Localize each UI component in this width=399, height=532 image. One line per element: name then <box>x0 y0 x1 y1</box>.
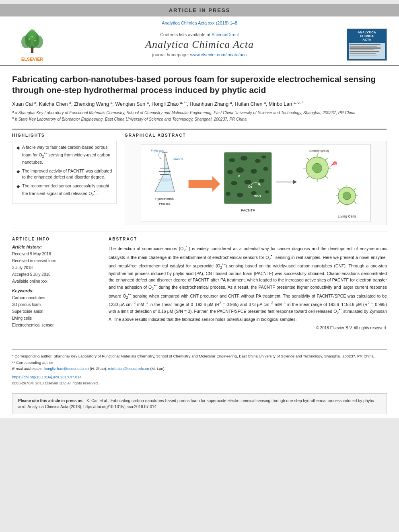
received-revised-label: Received in revised form <box>12 258 101 264</box>
highlights-label: HIGHLIGHTS <box>12 133 117 138</box>
article-info-content: Article history: Received 9 May 2018 Rec… <box>12 244 101 329</box>
abstract-section: ABSTRACT The detection of superoxide ani… <box>109 237 387 331</box>
svg-point-30 <box>244 180 251 185</box>
keyword-5: Electrochemical sensor <box>12 322 101 329</box>
svg-text:O₂: O₂ <box>334 163 337 166</box>
abstract-paragraph: The detection of superoxide anions (O2•−… <box>109 244 387 322</box>
footnote-corresponding-2: ** Corresponding author <box>12 359 387 366</box>
citation-box: Please cite this article in press as: X.… <box>12 393 387 414</box>
svg-point-8 <box>31 36 33 37</box>
svg-point-27 <box>251 169 257 174</box>
bullet-1: ◆ <box>16 145 20 151</box>
keyword-4: Living cells <box>12 315 101 322</box>
svg-text:Phytic acid: Phytic acid <box>151 149 164 152</box>
highlight-text-1: A facile way to fabricate carbon-based p… <box>22 144 112 165</box>
article-in-press-banner: ARTICLE IN PRESS <box>0 4 399 16</box>
journal-header-inner: ELSEVIER Contents lists available at Sci… <box>12 28 387 62</box>
svg-point-29 <box>231 181 237 185</box>
svg-point-21 <box>229 158 235 162</box>
keyword-2: 3D porous foam <box>12 302 101 308</box>
svg-point-28 <box>263 167 268 171</box>
highlight-text-3: The recommended sensor successfully caug… <box>22 183 112 197</box>
graphical-abstract-box: Hydrothermal Process Phytic acid MWNTs <box>125 141 387 225</box>
svg-point-32 <box>226 192 230 196</box>
journal-homepage: journal homepage: www.elsevier.com/locat… <box>60 52 339 57</box>
svg-point-24 <box>261 156 266 159</box>
highlights-box: ◆ A facile way to fabricate carbon-based… <box>12 141 117 203</box>
title-divider <box>12 129 387 130</box>
svg-point-45 <box>313 164 322 173</box>
accepted-date: Accepted 5 July 2018 <box>12 271 101 277</box>
svg-point-31 <box>259 179 265 183</box>
bullet-2: ◆ <box>16 168 20 175</box>
highlight-item-3: ◆ The recommended sensor successfully ca… <box>16 183 112 197</box>
svg-text:H₂O₂: H₂O₂ <box>254 194 261 197</box>
svg-text:Living Cells: Living Cells <box>338 215 356 219</box>
abstract-label: ABSTRACT <box>109 237 387 241</box>
email-link-2[interactable]: minbolan@ecust.edu.cn <box>108 366 149 371</box>
article-title: Fabricating carbon-nanotubes-based porou… <box>12 74 387 96</box>
svg-point-7 <box>34 40 36 41</box>
email-addresses: E-mail addresses: hongliz hao@ecust.edu.… <box>12 366 387 372</box>
highlight-item-2: ◆ The improved activity of PACNTF was at… <box>16 168 112 181</box>
main-content: Fabricating carbon-nanotubes-based porou… <box>0 66 399 345</box>
svg-text:PACNTF: PACNTF <box>241 209 255 213</box>
svg-text:stimulating drug: stimulating drug <box>309 149 329 152</box>
graphical-abstract-svg: Hydrothermal Process Phytic acid MWNTs <box>128 144 383 222</box>
doi-line: https://doi.org/10.1016/j.aca.2018.07.01… <box>12 374 387 380</box>
journal-logo-right: ANALYTICACHIMICAACTA <box>347 29 387 61</box>
svg-point-26 <box>236 168 244 173</box>
highlight-text-2: The improved activity of PACNTF was attr… <box>22 168 112 181</box>
doi-link[interactable]: https://doi.org/10.1016/j.aca.2018.07.01… <box>12 375 82 379</box>
highlight-item-1: ◆ A facile way to fabricate carbon-based… <box>16 144 112 165</box>
abstract-copyright: © 2018 Elsevier B.V. All rights reserved… <box>109 325 387 331</box>
keyword-3: Superoxide anion <box>12 308 101 315</box>
affiliations: a a Shanghai Key Laboratory of Functiona… <box>12 109 387 123</box>
svg-point-6 <box>29 38 30 40</box>
elsevier-label: ELSEVIER <box>21 57 43 62</box>
rights-line: 0003-2670/© 2018 Elsevier B.V. All right… <box>12 380 387 386</box>
svg-text:MWNTs: MWNTs <box>173 158 183 161</box>
graphical-abstract-label: GRAPHICAL ABSTRACT <box>125 133 387 138</box>
bullet-3: ◆ <box>16 183 20 190</box>
keywords-label: Keywords: <box>12 288 101 293</box>
history-label: Article history: <box>12 244 101 249</box>
footnotes: * Corresponding author. Shanghai Key Lab… <box>0 350 399 389</box>
svg-point-35 <box>265 191 269 194</box>
svg-point-14 <box>158 179 172 182</box>
keyword-1: Carbon nanotubes <box>12 295 101 301</box>
citation-text: Analytica Chimica Acta xxx (2018) 1–8 <box>162 21 237 25</box>
affiliation-b: b b State Key Laboratory of Bioreactor E… <box>12 116 387 122</box>
banner-text: ARTICLE IN PRESS <box>169 7 230 13</box>
graphical-abstract-section: GRAPHICAL ABSTRACT <box>125 133 387 225</box>
journal-center: Contents lists available at ScienceDirec… <box>52 32 347 57</box>
svg-text:Process: Process <box>159 202 170 205</box>
svg-point-25 <box>227 170 233 175</box>
citation-label: Please cite this article in press as: <box>18 398 84 403</box>
article-info-section: ARTICLE INFO Article history: Received 9… <box>12 237 101 331</box>
journal-citation: Analytica Chimica Acta xxx (2018) 1–8 <box>12 21 387 25</box>
article-info-label: ARTICLE INFO <box>12 237 101 241</box>
affiliation-a: a a Shanghai Key Laboratory of Functiona… <box>12 109 387 116</box>
journal-homepage-link[interactable]: www.elsevier.com/locate/aca <box>190 52 247 57</box>
svg-text:Hydrothermal: Hydrothermal <box>155 197 174 201</box>
svg-point-33 <box>237 193 243 198</box>
svg-point-23 <box>255 159 261 163</box>
highlights-graphical-row: HIGHLIGHTS ◆ A facile way to fabricate c… <box>12 133 387 225</box>
available-date: Available online xxx <box>12 278 101 284</box>
received-date: Received 9 May 2018 <box>12 251 101 257</box>
elsevier-tree-icon <box>18 28 46 56</box>
svg-text:O₂: O₂ <box>248 185 252 189</box>
received-revised-date: 3 July 2018 <box>12 265 101 271</box>
contents-available: Contents lists available at ScienceDirec… <box>60 32 339 37</box>
svg-point-22 <box>241 156 248 161</box>
info-abstract-row: ARTICLE INFO Article history: Received 9… <box>12 237 387 331</box>
elsevier-logo: ELSEVIER <box>12 28 52 62</box>
highlights-section: HIGHLIGHTS ◆ A facile way to fabricate c… <box>12 133 117 225</box>
journal-name: Analytica Chimica Acta <box>60 39 339 51</box>
abstract-text: The detection of superoxide anions (O2•−… <box>109 244 387 331</box>
footnote-corresponding-1: * Corresponding author. Shanghai Key Lab… <box>12 353 387 359</box>
email-link-1[interactable]: hongliz hao@ecust.edu.cn <box>44 366 89 371</box>
page: ARTICLE IN PRESS Analytica Chimica Acta … <box>0 4 399 418</box>
section-divider-1 <box>12 232 387 232</box>
